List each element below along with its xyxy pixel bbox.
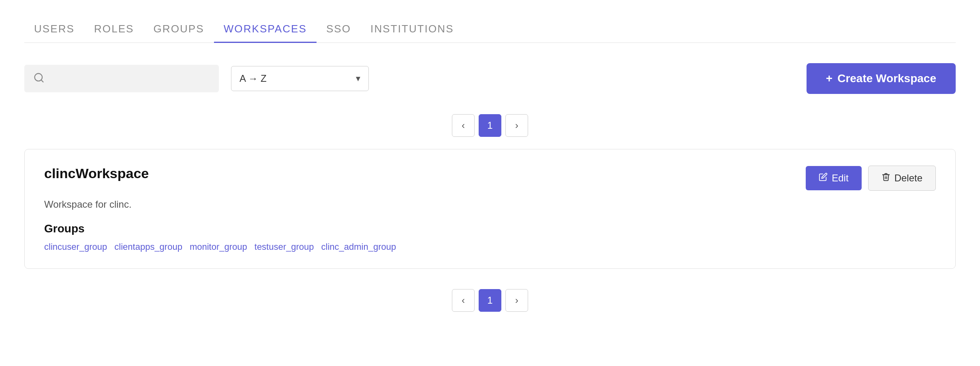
workspace-card-header: clincWorkspace Edit <box>44 166 936 191</box>
group-tag-monitor[interactable]: monitor_group <box>190 242 247 252</box>
groups-section: Groups clincuser_group clientapps_group … <box>44 222 936 252</box>
group-tag-clinc-admin[interactable]: clinc_admin_group <box>321 242 396 252</box>
edit-label: Edit <box>832 172 848 184</box>
nav-tabs: USERS ROLES GROUPS WORKSPACES SSO INSTIT… <box>24 0 956 43</box>
pagination-top-page-1[interactable]: 1 <box>479 114 501 137</box>
groups-title: Groups <box>44 222 936 235</box>
edit-button[interactable]: Edit <box>806 166 861 190</box>
plus-icon: + <box>826 72 832 85</box>
group-tag-testuser[interactable]: testuser_group <box>255 242 314 252</box>
delete-label: Delete <box>894 172 922 184</box>
tab-users[interactable]: USERS <box>24 16 84 43</box>
groups-list: clincuser_group clientapps_group monitor… <box>44 242 936 252</box>
trash-icon <box>882 172 890 184</box>
workspace-card: clincWorkspace Edit <box>24 149 956 269</box>
pagination-top-next[interactable]: › <box>505 114 528 137</box>
workspace-name: clincWorkspace <box>44 166 149 181</box>
sort-select[interactable]: A → Z ▾ <box>231 66 369 91</box>
pagination-bottom: ‹ 1 › <box>24 289 956 312</box>
tab-roles[interactable]: ROLES <box>84 16 144 43</box>
create-workspace-button[interactable]: + Create Workspace <box>807 63 956 94</box>
pagination-top-prev[interactable]: ‹ <box>452 114 475 137</box>
tab-groups[interactable]: GROUPS <box>144 16 214 43</box>
search-box[interactable] <box>24 65 219 92</box>
group-tag-clientapps[interactable]: clientapps_group <box>114 242 182 252</box>
search-input[interactable] <box>49 73 210 84</box>
card-actions: Edit Delete <box>806 166 936 191</box>
pencil-icon <box>819 172 828 184</box>
chevron-down-icon: ▾ <box>356 73 360 84</box>
tab-institutions[interactable]: INSTITUTIONS <box>361 16 464 43</box>
toolbar: A → Z ▾ + Create Workspace <box>24 63 956 94</box>
pagination-top: ‹ 1 › <box>24 114 956 137</box>
search-icon <box>33 72 45 85</box>
group-tag-clincuser[interactable]: clincuser_group <box>44 242 107 252</box>
pagination-bottom-next[interactable]: › <box>505 289 528 312</box>
page-container: USERS ROLES GROUPS WORKSPACES SSO INSTIT… <box>0 0 980 312</box>
create-workspace-label: Create Workspace <box>837 72 936 85</box>
workspace-description: Workspace for clinc. <box>44 199 936 210</box>
tab-sso[interactable]: SSO <box>317 16 361 43</box>
svg-line-1 <box>41 80 43 82</box>
tab-workspaces[interactable]: WORKSPACES <box>214 16 317 43</box>
delete-button[interactable]: Delete <box>868 166 936 191</box>
pagination-bottom-page-1[interactable]: 1 <box>479 289 501 312</box>
sort-select-value: A → Z <box>240 73 356 84</box>
pagination-bottom-prev[interactable]: ‹ <box>452 289 475 312</box>
